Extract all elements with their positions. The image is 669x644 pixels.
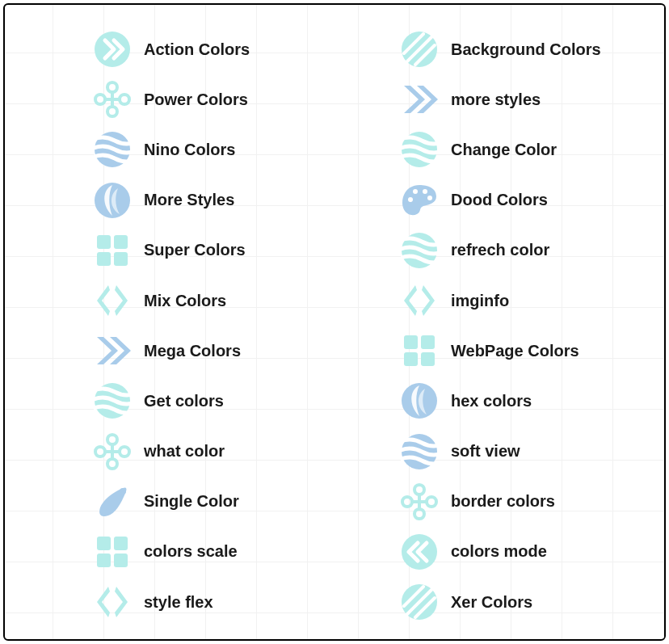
extension-label: refrech color xyxy=(451,241,549,259)
svg-rect-5 xyxy=(114,235,128,249)
svg-point-21 xyxy=(408,197,413,202)
extension-label: Power Colors xyxy=(144,90,248,109)
column-left: Action ColorsPower ColorsNino ColorsMore… xyxy=(94,24,344,627)
extension-item[interactable]: imginfo xyxy=(401,276,651,326)
angle-pair-icon xyxy=(94,583,131,621)
extension-item[interactable]: Single Color xyxy=(94,477,344,527)
extension-label: Mega Colors xyxy=(144,342,241,360)
svg-rect-4 xyxy=(97,235,111,249)
svg-rect-28 xyxy=(421,335,435,349)
svg-point-10 xyxy=(120,488,126,495)
extension-item[interactable]: refrech color xyxy=(401,225,651,276)
extension-label: what color xyxy=(144,442,225,461)
extension-label: Nino Colors xyxy=(144,141,235,159)
svg-rect-27 xyxy=(404,335,418,349)
extension-label: Background Colors xyxy=(451,40,601,59)
extension-item[interactable]: hex colors xyxy=(401,376,651,426)
cross-loops-icon xyxy=(94,433,131,470)
extension-item[interactable]: more styles xyxy=(401,74,651,124)
quad-tiles-icon xyxy=(401,332,438,369)
extension-item[interactable]: Mega Colors xyxy=(94,326,344,376)
extension-label: colors scale xyxy=(144,542,238,561)
cross-loops-icon xyxy=(401,483,438,520)
extension-label: border colors xyxy=(451,492,555,511)
quad-tiles-icon xyxy=(94,533,131,570)
svg-point-24 xyxy=(427,196,432,200)
extension-label: style flex xyxy=(144,593,213,612)
extension-label: Get colors xyxy=(144,392,224,410)
extension-item[interactable]: Get colors xyxy=(94,376,344,426)
extension-item[interactable]: Nino Colors xyxy=(94,124,344,175)
extension-label: Dood Colors xyxy=(451,191,548,209)
extension-label: Xer Colors xyxy=(451,593,532,612)
extension-label: Change Color xyxy=(451,141,557,159)
svg-point-23 xyxy=(423,189,427,194)
svg-rect-13 xyxy=(97,554,111,567)
extension-label: imginfo xyxy=(451,292,509,310)
extension-item[interactable]: style flex xyxy=(94,577,344,627)
extension-label: Action Colors xyxy=(144,40,250,59)
chevrons-solid-icon xyxy=(94,332,131,369)
extension-item[interactable]: More Styles xyxy=(94,175,344,225)
swirl-leaf-icon xyxy=(401,382,438,419)
extension-item[interactable]: colors mode xyxy=(401,527,651,577)
wave-sphere-icon xyxy=(401,131,438,168)
extension-item[interactable]: Xer Colors xyxy=(401,577,651,627)
wave-sphere-icon xyxy=(401,232,438,269)
extension-item[interactable]: Action Colors xyxy=(94,24,344,74)
extension-list-frame: Action ColorsPower ColorsNino ColorsMore… xyxy=(3,3,666,641)
swirl-leaf-icon xyxy=(94,182,131,219)
column-right: Background Colorsmore stylesChange Color… xyxy=(401,24,651,627)
svg-rect-11 xyxy=(97,537,111,550)
extension-item[interactable]: WebPage Colors xyxy=(401,326,651,376)
extension-item[interactable]: Dood Colors xyxy=(401,175,651,225)
extension-item[interactable]: Change Color xyxy=(401,124,651,175)
angle-pair-icon xyxy=(401,282,438,319)
wave-sphere-icon xyxy=(401,433,438,470)
extension-item[interactable]: border colors xyxy=(401,477,651,527)
chevrons-solid-icon xyxy=(401,81,438,118)
extension-label: soft view xyxy=(451,442,520,461)
hatched-sphere-icon xyxy=(401,31,438,68)
svg-rect-6 xyxy=(97,252,111,266)
angle-pair-icon xyxy=(94,282,131,319)
extension-label: more styles xyxy=(451,90,541,109)
svg-rect-29 xyxy=(404,352,418,366)
svg-rect-7 xyxy=(114,252,128,266)
svg-rect-14 xyxy=(114,554,128,567)
palette-icon xyxy=(401,182,438,219)
extension-item[interactable]: soft view xyxy=(401,427,651,477)
extension-item[interactable]: Super Colors xyxy=(94,225,344,276)
extension-label: Single Color xyxy=(144,492,239,511)
extension-item[interactable]: Power Colors xyxy=(94,74,344,124)
quad-tiles-icon xyxy=(94,232,131,269)
extension-label: Super Colors xyxy=(144,241,246,259)
svg-point-22 xyxy=(413,189,418,194)
extension-label: Mix Colors xyxy=(144,292,226,310)
extension-item[interactable]: Background Colors xyxy=(401,24,651,74)
svg-rect-12 xyxy=(114,537,128,550)
wave-sphere-icon xyxy=(94,131,131,168)
extension-label: WebPage Colors xyxy=(451,342,579,360)
extension-item[interactable]: Mix Colors xyxy=(94,276,344,326)
brush-dot-icon xyxy=(94,483,131,520)
extension-label: colors mode xyxy=(451,542,547,561)
svg-rect-30 xyxy=(421,352,435,366)
extension-label: More Styles xyxy=(144,191,234,209)
chevrons-circle-icon xyxy=(94,31,131,68)
wave-sphere-icon xyxy=(94,382,131,419)
extension-label: hex colors xyxy=(451,392,532,410)
cross-loops-icon xyxy=(94,81,131,118)
extension-item[interactable]: what color xyxy=(94,427,344,477)
hatched-sphere-icon xyxy=(401,583,438,621)
columns-container: Action ColorsPower ColorsNino ColorsMore… xyxy=(5,5,664,641)
extension-item[interactable]: colors scale xyxy=(94,527,344,577)
chevrons-left-icon xyxy=(401,533,438,570)
